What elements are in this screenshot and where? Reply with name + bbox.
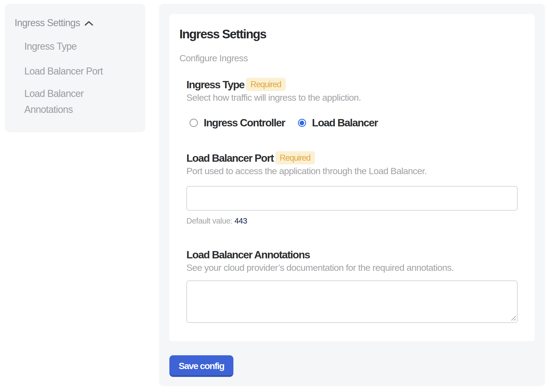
field-label-ingress-type: Ingress Type <box>186 78 244 91</box>
field-heading-row: Load Balancer Annotations <box>186 248 518 261</box>
settings-card: Ingress Settings Configure Ingress Ingre… <box>169 14 535 341</box>
field-label-load-balancer-annotations: Load Balancer Annotations <box>186 248 310 261</box>
default-value-label: Default value: <box>186 217 232 225</box>
required-badge: Required <box>275 151 315 164</box>
field-description-load-balancer-port: Port used to access the application thro… <box>186 165 518 176</box>
field-ingress-type: Ingress Type Required Select how traffic… <box>186 78 518 129</box>
sidebar-item-load-balancer-port[interactable]: Load Balancer Port <box>24 63 129 79</box>
load-balancer-port-input[interactable] <box>186 186 518 211</box>
field-description-ingress-type: Select how traffic will ingress to the a… <box>186 92 518 103</box>
sidebar-section-header[interactable]: Ingress Settings <box>15 15 129 31</box>
chevron-up-icon[interactable] <box>85 21 93 26</box>
required-badge: Required <box>246 78 286 91</box>
save-config-button[interactable]: Save config <box>169 355 233 377</box>
chevron-up-path <box>85 22 92 25</box>
field-heading-row: Load Balancer Port Required <box>186 152 518 165</box>
sidebar-item-load-balancer-annotations[interactable]: Load Balancer Annotations <box>24 86 129 117</box>
page-title: Ingress Settings <box>179 26 525 42</box>
sidebar-nav: Ingress Type Load Balancer Port Load Bal… <box>15 38 129 117</box>
ingress-type-options: Ingress Controller Load Balancer <box>190 116 518 129</box>
field-description-load-balancer-annotations: See your cloud provider’s documentation … <box>186 262 518 273</box>
field-heading-row: Ingress Type Required <box>186 78 518 91</box>
settings-form: Ingress Type Required Select how traffic… <box>186 78 518 323</box>
sidebar-item-ingress-type[interactable]: Ingress Type <box>24 38 129 54</box>
field-load-balancer-port: Load Balancer Port Required Port used to… <box>186 152 518 226</box>
page-subtitle: Configure Ingress <box>179 53 525 63</box>
radio-label-load-balancer: Load Balancer <box>312 116 378 129</box>
load-balancer-annotations-textarea[interactable] <box>186 281 518 323</box>
default-value: 443 <box>234 217 247 225</box>
annotations-textarea-wrap <box>186 281 518 323</box>
sidebar: Ingress Settings Ingress Type Load Balan… <box>5 4 145 132</box>
radio-label-ingress-controller: Ingress Controller <box>204 116 285 129</box>
radio-icon-ingress-controller <box>190 119 198 127</box>
content-panel: Ingress Settings Configure Ingress Ingre… <box>159 4 545 386</box>
sidebar-section-title: Ingress Settings <box>15 15 80 31</box>
radio-option-load-balancer[interactable]: Load Balancer <box>298 116 378 129</box>
field-label-load-balancer-port: Load Balancer Port <box>186 152 274 165</box>
radio-option-ingress-controller[interactable]: Ingress Controller <box>190 116 285 129</box>
radio-icon-load-balancer <box>298 119 306 127</box>
field-load-balancer-annotations: Load Balancer Annotations See your cloud… <box>186 248 518 323</box>
default-value-row: Default value: 443 <box>186 216 518 226</box>
